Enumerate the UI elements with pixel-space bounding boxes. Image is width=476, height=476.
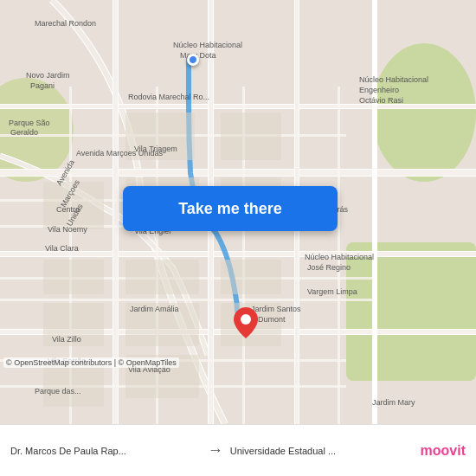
svg-text:Engenheiro: Engenheiro [359,86,399,94]
svg-rect-24 [0,299,372,301]
svg-text:Jardim Mary: Jardim Mary [372,398,415,407]
svg-text:Vila Zillo: Vila Zillo [52,335,81,344]
route-from-label: Dr. Marcos De Paula Rap... [10,446,175,456]
svg-text:Núcleo Habitacional: Núcleo Habitacional [305,253,374,261]
svg-rect-19 [372,0,377,424]
svg-text:Vila Clara: Vila Clara [45,244,79,253]
moovit-logo: moovit [421,443,466,459]
svg-text:Dumont: Dumont [258,315,286,324]
svg-rect-41 [43,260,104,294]
svg-rect-4 [346,242,476,381]
svg-text:Octávio Rasi: Octávio Rasi [359,96,403,105]
svg-text:Jardim Santos: Jardim Santos [251,305,301,313]
route-arrow-icon: → [208,441,223,460]
svg-rect-43 [43,363,104,407]
svg-text:Núcleo Habitacional: Núcleo Habitacional [173,41,242,49]
svg-text:Parque das...: Parque das... [35,387,81,396]
svg-text:Geraldo: Geraldo [10,128,38,137]
take-me-there-button[interactable]: Take me there [123,186,338,231]
map-container: Marechal Rondon Novo Jardim Pagani Parqu… [0,0,476,424]
svg-rect-36 [221,113,281,160]
svg-text:Avenida Marçoes Unidas: Avenida Marçoes Unidas [76,149,163,158]
bottom-bar: Dr. Marcos De Paula Rap... → Universidad… [0,424,476,476]
svg-rect-38 [221,260,281,294]
svg-text:José Regino: José Regino [307,263,351,272]
svg-rect-33 [125,260,199,294]
svg-text:Pagani: Pagani [30,81,55,90]
origin-marker [187,54,199,66]
map-attribution: © OpenStreetMap contributors | © OpenMap… [3,357,179,368]
destination-marker [234,307,258,342]
svg-point-77 [241,314,251,325]
route-to-label: Universidade Estadual ... [230,446,395,456]
svg-text:Parque São: Parque São [9,119,50,127]
svg-point-2 [372,43,476,182]
route-from: Dr. Marcos De Paula Rap... [10,446,201,456]
route-to: Universidade Estadual ... [230,446,421,456]
svg-text:Rodovia Marechal Ro...: Rodovia Marechal Ro... [128,93,209,101]
moovit-logo-text: moovit [421,443,466,459]
svg-text:Vargem Limpa: Vargem Limpa [307,287,357,296]
svg-text:Vila Noemy: Vila Noemy [48,225,87,234]
svg-text:Novo Jardim: Novo Jardim [26,71,70,80]
svg-text:Núcleo Habitacional: Núcleo Habitacional [359,75,428,84]
svg-text:Marechal Rondon: Marechal Rondon [35,19,96,28]
svg-text:Jardim Amália: Jardim Amália [130,305,179,313]
